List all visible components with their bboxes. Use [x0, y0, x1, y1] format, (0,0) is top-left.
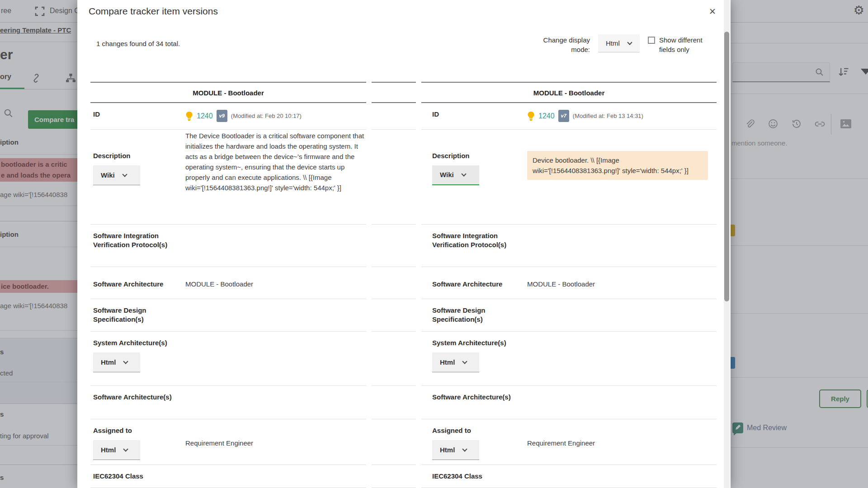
comparison-table: MODULE - Bootloader MODULE - Bootloader … — [90, 82, 717, 488]
field-value: Requirement Engineer — [527, 426, 717, 460]
field-value — [527, 393, 717, 414]
format-value: Html — [440, 358, 455, 367]
modified-timestamp: (Modified at: Feb 20 10:17) — [231, 111, 302, 121]
field-value: MODULE - Bootloader — [185, 274, 366, 294]
modified-timestamp: (Modified at: Feb 13 14:31) — [573, 111, 643, 121]
chevron-down-icon — [122, 172, 127, 177]
field-label: Description — [93, 151, 185, 160]
format-select-html[interactable]: Html — [93, 440, 140, 460]
field-label: ID — [90, 110, 185, 125]
chevron-down-icon — [123, 359, 128, 364]
field-label: Software Architecture(s) — [90, 393, 185, 414]
table-row: System Architecture(s) Html System Archi… — [90, 332, 717, 386]
field-label: Assigned to — [93, 426, 185, 435]
field-value — [185, 393, 366, 414]
field-value: Requirement Engineer — [185, 426, 366, 460]
close-icon[interactable]: ✕ — [709, 6, 716, 17]
chevron-down-icon — [627, 40, 632, 45]
item-id-link[interactable]: 1240 — [197, 111, 213, 121]
field-value — [527, 338, 717, 381]
field-label: ID — [432, 110, 527, 125]
chevron-down-icon — [461, 171, 466, 176]
chevron-down-icon — [462, 446, 467, 451]
format-value: Html — [101, 358, 116, 367]
description-text: The Device Bootloader is a critical soft… — [185, 131, 365, 193]
table-row: Software Integration Verification Protoc… — [90, 225, 717, 267]
table-row: Software Architecture MODULE - Bootloade… — [90, 267, 717, 299]
item-id-link[interactable]: 1240 — [538, 111, 555, 121]
field-value — [185, 472, 366, 483]
field-label: Description — [432, 151, 527, 160]
field-label: Software Design Specification(s) — [90, 306, 185, 327]
field-label: Software Design Specification(s) — [432, 306, 527, 327]
field-value — [527, 231, 717, 262]
version-badge: v7 — [558, 110, 569, 122]
table-row: Software Design Specification(s) Softwar… — [90, 299, 717, 332]
format-value: Html — [101, 446, 116, 455]
field-value — [185, 338, 366, 381]
field-label: Software Architecture(s) — [432, 393, 527, 414]
chevron-down-icon — [462, 359, 467, 364]
description-text-changed: Device bootloader. \\ [{Image wiki='[!15… — [527, 151, 708, 180]
display-mode-value: Html — [606, 39, 620, 47]
show-different-label: Show different fields only — [659, 35, 717, 54]
field-label: System Architecture(s) — [93, 338, 185, 347]
format-value: Wiki — [101, 171, 115, 180]
table-row: Assigned to Html Requirement Engineer As… — [90, 419, 717, 465]
field-label: Software Integration Verification Protoc… — [90, 231, 185, 262]
scrollbar-thumb[interactable] — [724, 32, 729, 301]
field-label: Software Architecture — [432, 280, 527, 289]
field-label: Software Architecture — [90, 280, 185, 289]
field-label: IEC62304 Class — [90, 472, 185, 483]
field-value — [527, 472, 717, 483]
format-select-html[interactable]: Html — [432, 352, 479, 372]
format-select-html[interactable]: Html — [432, 440, 479, 460]
right-version-header: MODULE - Bootloader — [421, 83, 717, 103]
display-mode-label: Change display mode: — [535, 35, 590, 54]
table-row-id: ID 1240 v9 (Modified at: Feb 20 10:17) I… — [90, 103, 717, 130]
format-select-wiki[interactable]: Wiki — [432, 165, 479, 185]
table-row-description: Description Wiki The Device Bootloader i… — [90, 130, 717, 225]
table-row: IEC62304 Class IEC62304 Class — [90, 465, 717, 488]
field-value — [185, 306, 366, 327]
format-select-html[interactable]: Html — [93, 352, 140, 372]
field-label: IEC62304 Class — [432, 472, 527, 483]
format-select-wiki[interactable]: Wiki — [93, 165, 140, 185]
field-label: Assigned to — [432, 426, 527, 435]
changes-summary: 1 changes found of 34 total. — [96, 40, 180, 47]
bulb-icon — [527, 111, 535, 121]
display-mode-select[interactable]: Html — [598, 34, 640, 52]
table-row: Software Architecture(s) Software Archit… — [90, 386, 717, 419]
format-value: Html — [440, 446, 455, 455]
left-version-header: MODULE - Bootloader — [90, 83, 366, 103]
field-value — [527, 306, 717, 327]
dialog-title: Compare tracker item versions — [89, 6, 218, 17]
field-label: Software Integration Verification Protoc… — [432, 231, 527, 262]
version-badge: v9 — [217, 110, 227, 122]
bulb-icon — [185, 111, 193, 121]
compare-versions-dialog: Compare tracker item versions ✕ 1 change… — [77, 0, 731, 488]
field-value — [185, 231, 366, 262]
field-label: System Architecture(s) — [432, 338, 527, 347]
show-different-checkbox[interactable] — [648, 37, 655, 44]
format-value: Wiki — [440, 170, 454, 179]
modal-scrollbar[interactable] — [724, 0, 730, 488]
field-value: MODULE - Bootloader — [527, 274, 717, 294]
chevron-down-icon — [123, 446, 128, 451]
